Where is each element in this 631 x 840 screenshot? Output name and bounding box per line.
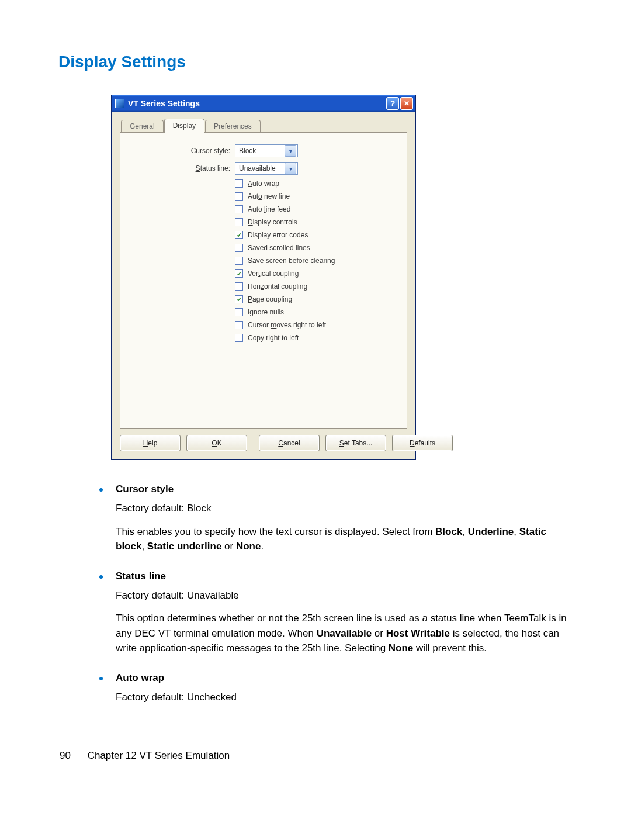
item-default: Factory default: Unchecked [116,690,573,705]
copy-rtl-checkbox[interactable] [235,334,243,342]
titlebar: VT Series Settings [112,95,415,112]
saved-scrolled-lines-checkbox[interactable] [235,244,243,252]
titlebar-help-button[interactable] [386,97,399,110]
auto-line-feed-label: Auto line feed [248,205,290,213]
ok-button[interactable]: OK [186,435,247,451]
item-title: Status line [116,571,166,582]
doc-list: Cursor style Factory default: Block This… [82,483,573,704]
chapter-label: Chapter 12 VT Series Emulation [88,750,230,761]
chevron-down-icon: ▾ [285,163,296,174]
page-coupling-label: Page coupling [248,295,292,303]
vertical-coupling-label: Vertical coupling [248,269,299,278]
bullet-icon [99,677,103,680]
auto-new-line-checkbox[interactable] [235,192,243,201]
auto-line-feed-checkbox[interactable] [235,205,243,213]
status-line-select[interactable]: Unavailable ▾ [235,162,298,175]
doc-item-status-line: Status line Factory default: Unavailable… [82,571,573,656]
display-error-codes-checkbox[interactable] [235,231,243,239]
bullet-icon [99,575,103,579]
cursor-rtl-label: Cursor moves right to left [248,321,326,329]
page-coupling-checkbox[interactable] [235,295,243,303]
page-number: 90 [60,750,71,761]
cursor-style-label: Cursor style: [131,147,235,155]
cursor-rtl-checkbox[interactable] [235,321,243,329]
defaults-button[interactable]: Defaults [392,435,453,451]
item-title: Cursor style [116,483,174,495]
display-error-codes-label: Display error codes [248,231,308,239]
tabs: General Display Preferences [120,119,407,133]
horizontal-coupling-label: Horizontal coupling [248,282,307,291]
set-tabs-button[interactable]: Set Tabs... [325,435,386,451]
horizontal-coupling-checkbox[interactable] [235,282,243,291]
item-desc: This enables you to specify how the text… [116,524,573,554]
auto-wrap-checkbox[interactable] [235,179,243,188]
ignore-nulls-checkbox[interactable] [235,308,243,316]
doc-item-cursor-style: Cursor style Factory default: Block This… [82,483,573,554]
cursor-style-value: Block [239,147,285,155]
save-screen-label: Save screen before clearing [248,257,335,265]
section-heading: Display Settings [58,53,573,71]
copy-rtl-label: Copy right to left [248,334,299,342]
tab-general[interactable]: General [121,120,164,133]
settings-dialog: VT Series Settings General Display Prefe… [111,95,416,460]
saved-scrolled-lines-label: Saved scrolled lines [248,244,310,252]
tab-panel-display: Cursor style: Block ▾ Status line: Unava… [120,132,407,429]
cursor-style-select[interactable]: Block ▾ [235,144,298,157]
chevron-down-icon: ▾ [285,145,296,157]
display-controls-checkbox[interactable] [235,218,243,226]
item-default: Factory default: Unavailable [116,588,573,603]
save-screen-checkbox[interactable] [235,257,243,265]
ignore-nulls-label: Ignore nulls [248,308,284,316]
status-line-value: Unavailable [239,164,285,172]
help-button[interactable]: Help [120,435,181,451]
doc-item-auto-wrap: Auto wrap Factory default: Unchecked [82,672,573,705]
app-icon [115,99,124,108]
item-desc: This option determines whether or not th… [116,611,573,656]
cancel-button[interactable]: Cancel [259,435,320,451]
window-title: VT Series Settings [128,99,385,108]
auto-wrap-label: Auto wrap [248,179,279,188]
titlebar-close-button[interactable] [400,97,413,110]
bullet-icon [99,488,103,492]
item-default: Factory default: Block [116,501,573,516]
display-controls-label: Display controls [248,218,297,226]
tab-display[interactable]: Display [164,119,204,133]
auto-new-line-label: Auto new line [248,192,290,201]
page-footer: 90 Chapter 12 VT Series Emulation [60,721,573,762]
tab-preferences[interactable]: Preferences [205,120,261,133]
item-title: Auto wrap [116,672,164,684]
vertical-coupling-checkbox[interactable] [235,269,243,278]
status-line-label: Status line: [131,164,235,172]
